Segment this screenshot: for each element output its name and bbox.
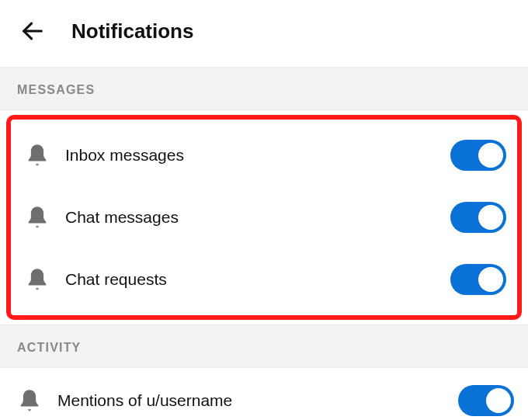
toggle-knob <box>478 267 503 292</box>
setting-row-mentions[interactable]: Mentions of u/username <box>0 368 528 420</box>
arrow-left-icon <box>19 18 46 44</box>
setting-row-chat-messages[interactable]: Chat messages <box>11 186 517 248</box>
setting-label: Mentions of u/username <box>57 391 458 410</box>
section-header-activity: ACTIVITY <box>0 325 528 368</box>
setting-label: Chat requests <box>65 270 450 289</box>
bell-icon <box>22 204 53 231</box>
toggle-chat-requests[interactable] <box>450 264 506 295</box>
messages-highlight-box: Inbox messages Chat messages Chat reques… <box>6 115 522 320</box>
setting-row-chat-requests[interactable]: Chat requests <box>11 248 517 311</box>
toggle-knob <box>486 388 511 413</box>
setting-row-inbox-messages[interactable]: Inbox messages <box>11 124 517 186</box>
page-title: Notifications <box>71 19 193 43</box>
toggle-knob <box>478 143 503 168</box>
setting-label: Inbox messages <box>65 146 450 165</box>
section-header-messages: MESSAGES <box>0 67 528 110</box>
bell-icon <box>22 266 53 293</box>
bell-icon <box>22 142 53 168</box>
back-button[interactable] <box>16 14 50 48</box>
toggle-chat-messages[interactable] <box>450 202 506 233</box>
toggle-inbox-messages[interactable] <box>450 140 506 171</box>
setting-label: Chat messages <box>65 208 450 227</box>
header-bar: Notifications <box>0 0 528 67</box>
bell-icon <box>14 387 45 414</box>
toggle-knob <box>478 205 503 230</box>
toggle-mentions[interactable] <box>458 385 514 416</box>
